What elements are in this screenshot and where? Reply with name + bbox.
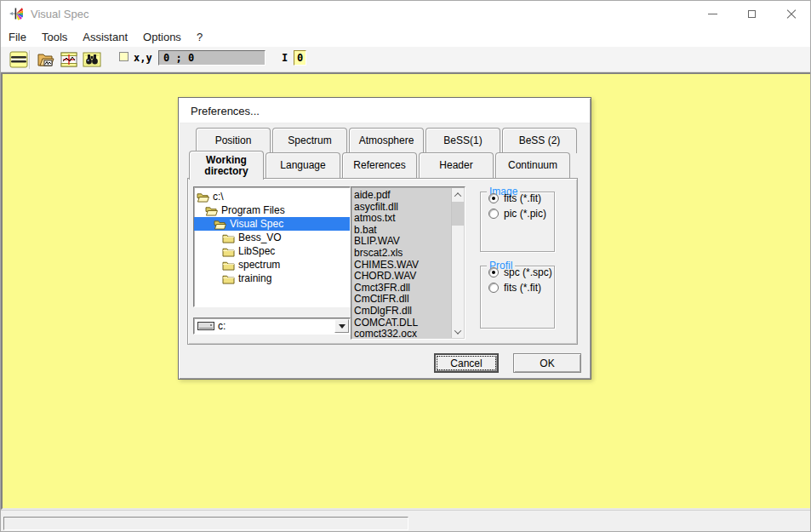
- file-item[interactable]: CmDlgFR.dll: [354, 305, 450, 317]
- statusbar: [1, 510, 811, 532]
- intensity-label: I: [282, 52, 288, 64]
- tab[interactable]: Working directory: [189, 151, 264, 180]
- tab[interactable]: BeSS(1): [425, 128, 500, 153]
- radio-label: fits (*.fit): [504, 192, 541, 204]
- directory-item-label: LibSpec: [238, 245, 275, 257]
- folder-open-icon: [205, 205, 218, 216]
- tab[interactable]: Language: [266, 152, 340, 178]
- profil-groupbox: Profil spc (*.spc) fits (*.fit): [480, 266, 555, 329]
- file-item[interactable]: comct332.ocx: [354, 328, 450, 340]
- tab[interactable]: Position: [196, 128, 271, 153]
- dialog-titlebar[interactable]: Preferences...: [180, 99, 590, 123]
- menu-item[interactable]: ?: [189, 28, 210, 46]
- open-folder-icon: [37, 51, 55, 68]
- directory-item-label: Program Files: [221, 204, 285, 216]
- file-item[interactable]: Cmct3FR.dll: [354, 282, 450, 294]
- drive-combobox[interactable]: c:: [193, 317, 351, 335]
- open-profile-button[interactable]: [35, 49, 57, 71]
- directory-item-label: training: [238, 272, 271, 284]
- file-item[interactable]: CmCtlFR.dll: [354, 293, 450, 305]
- file-rows: aide.pdfasycfilt.dllatmos.txtb.batBLIP.W…: [354, 189, 450, 339]
- chart-page-icon: [60, 51, 78, 68]
- directory-item[interactable]: Bess_VO: [194, 231, 350, 244]
- app-logo-icon: [9, 7, 24, 20]
- radio-option[interactable]: spc (*.spc): [488, 266, 552, 278]
- xy-label: x,y: [134, 52, 152, 64]
- minimize-button[interactable]: [693, 1, 732, 26]
- app-window: Visual Spec FileToolsAssistantOptions?: [0, 0, 811, 532]
- scrollbar-thumb[interactable]: [452, 202, 464, 226]
- directory-item[interactable]: LibSpec: [194, 244, 350, 258]
- tab[interactable]: Continuum: [495, 152, 570, 178]
- menubar: FileToolsAssistantOptions?: [1, 26, 810, 47]
- file-item[interactable]: aide.pdf: [354, 189, 450, 201]
- radio-label: fits (*.fit): [504, 282, 541, 294]
- file-item[interactable]: brscat2.xls: [354, 247, 450, 259]
- directory-item-label: Bess_VO: [238, 232, 282, 243]
- folder-closed-icon: [222, 232, 235, 243]
- coords-checkbox[interactable]: [119, 52, 129, 61]
- radio-option[interactable]: fits (*.fit): [488, 282, 541, 294]
- radio-label: pic (*.pic): [504, 208, 546, 220]
- directory-listbox[interactable]: c:\ Program Files: [193, 186, 351, 307]
- tab[interactable]: Atmosphere: [349, 128, 424, 153]
- folder-closed-icon: [222, 260, 235, 271]
- file-listbox[interactable]: aide.pdfasycfilt.dllatmos.txtb.batBLIP.W…: [351, 186, 465, 340]
- radio-icon: [488, 193, 499, 203]
- file-item[interactable]: COMCAT.DLL: [354, 317, 450, 329]
- display-settings-button[interactable]: [8, 49, 30, 71]
- radio-icon: [488, 267, 499, 277]
- close-icon: [786, 9, 796, 19]
- xy-coordinates-field[interactable]: 0 ; 0: [158, 50, 266, 66]
- tab[interactable]: BeSS (2): [502, 128, 577, 153]
- folder-closed-icon: [222, 246, 235, 257]
- directory-item[interactable]: Visual Spec: [194, 217, 350, 231]
- file-item[interactable]: atmos.txt: [354, 212, 450, 224]
- intensity-field[interactable]: 0: [294, 50, 306, 66]
- tab[interactable]: Header: [419, 152, 494, 178]
- scroll-down-button[interactable]: [452, 325, 464, 338]
- file-item[interactable]: asycfilt.dll: [354, 201, 450, 213]
- window-title: Visual Spec: [31, 8, 89, 20]
- edit-chart-button[interactable]: [58, 49, 80, 71]
- ok-button[interactable]: OK: [513, 353, 581, 373]
- blinds-icon: [9, 51, 28, 68]
- status-panel: [3, 517, 408, 530]
- menu-item[interactable]: Tools: [34, 28, 75, 46]
- minimize-icon: [708, 14, 717, 14]
- directory-item-label: c:\: [213, 191, 224, 203]
- radio-option[interactable]: pic (*.pic): [488, 208, 546, 220]
- search-button[interactable]: [81, 49, 103, 71]
- file-item[interactable]: b.bat: [354, 224, 450, 236]
- scroll-down-icon: [454, 327, 461, 334]
- file-list-scrollbar[interactable]: [451, 188, 464, 338]
- toolbar-separator: [29, 50, 30, 69]
- radio-label: spc (*.spc): [504, 266, 552, 278]
- tab[interactable]: Spectrum: [272, 128, 347, 153]
- scroll-up-icon: [454, 192, 461, 199]
- file-item[interactable]: CHORD.WAV: [354, 270, 450, 282]
- directory-item[interactable]: training: [194, 272, 350, 285]
- radio-icon: [488, 209, 499, 219]
- drive-combo-dropdown-button[interactable]: [334, 319, 349, 333]
- cancel-button[interactable]: Cancel: [434, 353, 499, 373]
- close-button[interactable]: [771, 1, 810, 26]
- directory-item[interactable]: spectrum: [194, 258, 350, 272]
- scroll-up-button[interactable]: [452, 188, 464, 201]
- dialog-title: Preferences...: [191, 105, 260, 117]
- tab-row-back: PositionSpectrumAtmosphereBeSS(1)BeSS (2…: [196, 128, 577, 153]
- folder-open-icon: [197, 192, 209, 203]
- file-item[interactable]: BLIP.WAV: [354, 235, 450, 247]
- menu-item[interactable]: Options: [135, 28, 189, 46]
- menu-item[interactable]: Assistant: [75, 28, 135, 46]
- directory-item-label: spectrum: [238, 259, 280, 271]
- maximize-icon: [748, 10, 756, 18]
- directory-item[interactable]: Program Files: [194, 203, 350, 217]
- menu-item[interactable]: File: [1, 28, 34, 46]
- radio-option[interactable]: fits (*.fit): [488, 192, 541, 204]
- maximize-button[interactable]: [732, 1, 771, 26]
- file-item[interactable]: CHIMES.WAV: [354, 259, 450, 271]
- directory-item[interactable]: c:\: [194, 190, 350, 203]
- tab[interactable]: References: [342, 152, 417, 178]
- folder-open-icon: [214, 219, 226, 230]
